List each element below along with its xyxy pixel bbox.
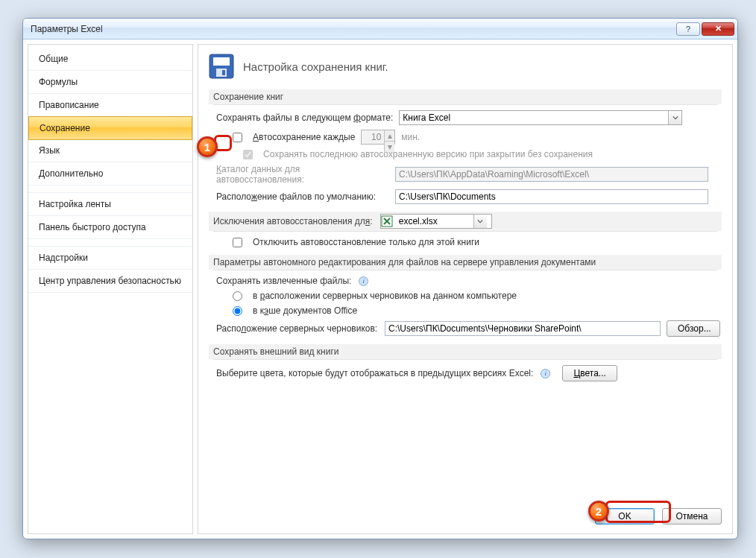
row-checkout-label: Сохранять извлеченные файлы: i <box>216 276 722 286</box>
input-autorecover-dir <box>395 167 708 182</box>
sidebar-item-save[interactable]: Сохранение <box>28 116 192 140</box>
titlebar: Параметры Excel ? ✕ <box>23 19 737 39</box>
combo-save-format-value[interactable] <box>400 111 668 124</box>
row-radio-cache: в кэше документов Office <box>233 305 722 316</box>
row-keep-last: Сохранять последнюю автосохраненную верс… <box>243 149 722 159</box>
combo-exceptions[interactable] <box>380 214 492 229</box>
label-autorecover-dir: Каталог данных для автовосстановления: <box>216 164 389 185</box>
colors-button[interactable]: Цвета... <box>562 365 617 381</box>
spinner-up-icon[interactable]: ▴ <box>384 130 394 141</box>
label-radio-drafts: в расположении серверных черновиков на д… <box>253 291 517 301</box>
save-disk-icon <box>209 54 234 79</box>
checkbox-autosave[interactable] <box>233 133 242 142</box>
label-save-format: Сохранять файлы в следующем формате: <box>216 112 393 123</box>
input-drafts-loc[interactable] <box>385 321 661 336</box>
row-save-format: Сохранять файлы в следующем формате: <box>216 110 722 125</box>
label-radio-cache: в кэше документов Office <box>253 305 357 316</box>
label-default-loc: Расположение файлов по умолчанию: <box>216 191 389 202</box>
browse-button[interactable]: Обзор... <box>667 320 720 337</box>
close-button[interactable]: ✕ <box>702 22 734 36</box>
sidebar-item-language[interactable]: Язык <box>28 139 192 162</box>
label-autosave: Автосохранение каждые <box>253 132 355 142</box>
label-disable-autorecover: Отключить автовосстановление только для … <box>253 237 479 247</box>
excel-file-icon <box>381 215 393 227</box>
spinner-autosave-minutes[interactable]: ▴▾ <box>361 130 395 145</box>
label-exceptions: Исключения автовосстановления для: <box>213 216 373 226</box>
window-title: Параметры Excel <box>31 24 675 34</box>
sidebar-item-advanced[interactable]: Дополнительно <box>28 162 192 186</box>
sidebar-item-general[interactable]: Общие <box>28 48 192 71</box>
label-colors: Выберите цвета, которые будут отображать… <box>216 368 533 378</box>
row-autosave: Автосохранение каждые ▴▾ мин. <box>233 130 722 145</box>
info-icon[interactable]: i <box>541 369 550 378</box>
section-save-workbooks: Сохранение книг <box>209 89 722 104</box>
combo-exceptions-value[interactable] <box>396 215 473 228</box>
sidebar-item-ribbon[interactable]: Настройка ленты <box>28 193 192 216</box>
page-title: Настройка сохранения книг. <box>243 60 388 73</box>
sidebar: Общие Формулы Правописание Сохранение Яз… <box>28 44 193 534</box>
combo-save-format[interactable] <box>399 110 682 125</box>
annotation-ring-ok <box>605 501 671 523</box>
svg-rect-3 <box>222 70 225 75</box>
autosave-value[interactable] <box>362 130 384 144</box>
label-checkout: Сохранять извлеченные файлы: <box>216 276 351 286</box>
chevron-down-icon[interactable] <box>668 111 681 124</box>
page-header: Настройка сохранения книг. <box>209 54 722 79</box>
label-keep-last: Сохранять последнюю автосохраненную верс… <box>263 149 593 159</box>
section-offline-editing: Параметры автономного редактирования для… <box>209 255 722 270</box>
section-preserve-visual: Сохранять внешний вид книги <box>209 344 722 359</box>
radio-server-drafts[interactable] <box>233 291 242 301</box>
main-panel: Настройка сохранения книг. Сохранение кн… <box>198 44 733 534</box>
sidebar-item-formulas[interactable]: Формулы <box>28 71 192 94</box>
sidebar-item-proofing[interactable]: Правописание <box>28 94 192 117</box>
label-drafts-loc: Расположение серверных черновиков: <box>216 323 379 334</box>
cancel-button[interactable]: Отмена <box>662 508 722 524</box>
checkbox-disable-autorecover[interactable] <box>233 238 242 247</box>
row-colors: Выберите цвета, которые будут отображать… <box>216 365 722 381</box>
row-default-loc: Расположение файлов по умолчанию: <box>216 189 722 204</box>
row-drafts-loc: Расположение серверных черновиков: Обзор… <box>216 320 722 337</box>
sidebar-item-trust[interactable]: Центр управления безопасностью <box>28 270 192 293</box>
input-default-loc[interactable] <box>395 189 708 204</box>
section-autorecover-exceptions: Исключения автовосстановления для: <box>209 212 722 231</box>
dialog-body: Общие Формулы Правописание Сохранение Яз… <box>23 39 737 539</box>
radio-office-cache[interactable] <box>233 306 242 316</box>
sidebar-item-qat[interactable]: Панель быстрого доступа <box>28 216 192 239</box>
row-radio-drafts: в расположении серверных черновиков на д… <box>233 291 722 301</box>
chevron-down-icon[interactable] <box>473 215 487 228</box>
help-button[interactable]: ? <box>676 22 700 36</box>
checkbox-keep-last <box>243 150 253 159</box>
info-icon[interactable]: i <box>359 276 368 286</box>
annotation-marker-2: 2 <box>588 501 609 521</box>
label-min: мин. <box>401 132 420 142</box>
annotation-marker-1: 1 <box>197 136 218 157</box>
svg-rect-1 <box>213 57 230 66</box>
options-dialog: Параметры Excel ? ✕ Общие Формулы Правоп… <box>22 18 738 539</box>
row-autorecover-dir: Каталог данных для автовосстановления: <box>216 164 722 185</box>
sidebar-item-addins[interactable]: Надстройки <box>28 247 192 270</box>
row-disable-autorecover: Отключить автовосстановление только для … <box>233 237 722 247</box>
